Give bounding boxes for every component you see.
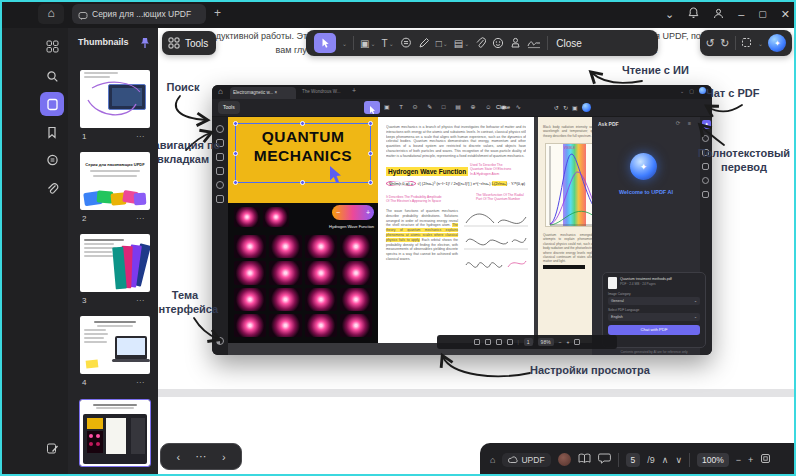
zoom-out-icon[interactable]: − xyxy=(736,455,741,465)
updf-ai-button[interactable]: ✦ xyxy=(768,34,786,52)
thumb-3-number: 3 xyxy=(82,296,86,305)
pager-prev-icon[interactable]: ‹ xyxy=(176,451,180,463)
ask-pdf-header: Ask PDF xyxy=(598,121,619,127)
select-tool-active[interactable] xyxy=(314,33,336,53)
pager-next-icon[interactable]: › xyxy=(222,451,226,463)
card-tool[interactable]: ▤⌄ xyxy=(454,38,469,49)
highlight-tool[interactable]: ▣⌄ xyxy=(360,38,375,49)
thumb-3-menu[interactable]: ⋯ xyxy=(136,296,145,305)
text-tool[interactable]: T⌄ xyxy=(382,38,394,49)
thumbnail-page-2[interactable]: Серия для начинающих UPDF xyxy=(80,152,150,210)
inner-theme-icon xyxy=(216,337,224,345)
thumbnail-pager: ‹ ⋯ › xyxy=(160,443,242,470)
inner-avatar xyxy=(699,87,706,94)
search-icon[interactable] xyxy=(40,64,64,88)
annotation-view-settings: Настройки просмотра xyxy=(530,363,650,377)
inner-layers-icon xyxy=(216,195,224,203)
selection-box xyxy=(235,123,371,183)
pin-icon[interactable] xyxy=(140,35,150,53)
thumb-4-menu[interactable]: ⋯ xyxy=(136,378,145,387)
snapshot-icon[interactable] xyxy=(741,34,752,52)
close-toolbar-button[interactable]: Close xyxy=(556,38,582,49)
snapshot-chevron[interactable]: ⌄ xyxy=(758,40,763,47)
inner-redo-icon: ↻ xyxy=(563,104,568,111)
comments-icon[interactable] xyxy=(40,148,64,172)
notifications-bell-icon[interactable] xyxy=(688,7,699,21)
tools-button[interactable]: Tools xyxy=(162,31,216,55)
popup-select-2: English⌄ xyxy=(608,313,700,321)
stamp-tool[interactable] xyxy=(510,37,521,49)
section-heading: Hydrogen Wave Function xyxy=(386,167,468,176)
popup-select-1: General⌄ xyxy=(608,297,700,305)
shape-tool[interactable]: □⌄ xyxy=(436,38,448,49)
close-window-button[interactable]: ✕ xyxy=(781,8,790,21)
thumb-1-menu[interactable]: ⋯ xyxy=(136,132,145,141)
updf-app-pill[interactable]: UPDF xyxy=(502,453,550,467)
thumbnails-icon[interactable] xyxy=(40,92,64,116)
updf-ai-logo-icon: ✦ xyxy=(630,153,657,180)
zoom-level[interactable]: 100% xyxy=(697,453,729,467)
comment-bubble-icon[interactable] xyxy=(598,453,611,466)
updf-screenshot-image: ⌂ Electromagnetic w... × The Wondrous W.… xyxy=(212,85,712,355)
comment-tool[interactable] xyxy=(400,37,412,49)
chat-with-pdf-button: Chat with PDF xyxy=(608,325,700,335)
new-tab-button[interactable]: + xyxy=(214,6,221,20)
thumb-1-number: 1 xyxy=(82,132,86,141)
account-person-icon[interactable] xyxy=(713,8,724,21)
attachments-paperclip-icon[interactable] xyxy=(40,176,64,200)
inner-snapshot-icon: ▣ xyxy=(572,104,578,111)
inner-comment-icon xyxy=(216,181,224,189)
thumbnails-panel-title: Thumbnails xyxy=(78,37,129,47)
thumb-2-menu[interactable]: ⋯ xyxy=(136,214,145,223)
page-number-input[interactable]: 5 xyxy=(626,453,641,467)
thumbnail-page-4[interactable] xyxy=(80,316,150,374)
thumbnail-page-5-selected[interactable] xyxy=(80,400,150,466)
orbital-image xyxy=(234,207,260,227)
thumb-2-title: Серия для начинающих UPDF xyxy=(80,162,150,167)
profile-avatar[interactable] xyxy=(558,453,571,466)
thumbnail-page-3[interactable] xyxy=(80,234,150,292)
minimize-button[interactable]: – xyxy=(738,8,744,20)
blackbody-chart: VISIBLE xyxy=(545,143,592,227)
inner-tab-1: Electromagnetic w... × xyxy=(230,87,296,99)
annotation-translation: Полнотекстовыйперевод xyxy=(694,146,794,174)
page-total: /9 xyxy=(647,455,655,465)
inner-zoom-value: 98% xyxy=(538,338,554,346)
ai-panel-header-icons: ⟳ ≡ xyxy=(676,120,694,126)
annotation-chat-pdf: Чат с PDF xyxy=(706,86,759,100)
bottom-home-icon[interactable]: ⌂ xyxy=(490,455,495,465)
titlebar-chevron-down-icon[interactable]: ⌄ xyxy=(665,8,674,21)
doc-tab-title: Серия для ...ющих UPDF xyxy=(92,9,191,19)
page-up-icon[interactable]: ∧ xyxy=(662,455,669,465)
quick-actions-bar: ↺ ↻ ⌄ ✦ xyxy=(700,30,792,56)
thumbnail-page-1[interactable] xyxy=(80,70,150,128)
gradient-slider: −+ xyxy=(332,205,374,220)
home-icon[interactable]: ⌂ xyxy=(38,4,64,24)
popup-file-meta: PDF · 2.4 MB · 24 Pages xyxy=(620,282,700,286)
inner-zoom-in: + xyxy=(567,339,570,345)
bookmarks-icon[interactable] xyxy=(40,120,64,144)
maximize-button[interactable]: ▢ xyxy=(758,9,767,19)
signature-tool[interactable] xyxy=(527,37,541,49)
inner-tab-2: The Wondrous W... xyxy=(302,89,340,94)
page-down-icon[interactable]: ∨ xyxy=(675,455,682,465)
redo-icon[interactable]: ↻ xyxy=(720,37,729,50)
inner-attachment-icon xyxy=(216,167,224,175)
select-tool-chevron[interactable]: ⌄ xyxy=(342,40,347,47)
apps-grid-icon[interactable] xyxy=(40,34,64,58)
sticker-tool[interactable] xyxy=(492,37,504,49)
pen-tool[interactable] xyxy=(418,37,430,49)
fit-screen-icon[interactable] xyxy=(760,453,771,466)
right-paragraph: Black body radiation intensity varies by… xyxy=(543,125,592,138)
document-tab[interactable]: Серия для ...ющих UPDF xyxy=(72,4,206,24)
thumbnails-panel: Thumbnails 1 ⋯ Серия для начинающих UPDF xyxy=(68,28,158,476)
reading-mode-icon[interactable] xyxy=(578,453,591,466)
annotation-tab-navigation: Навигация повкладкам xyxy=(158,138,223,166)
inner-fullscreen-icon xyxy=(574,339,580,345)
attach-tool[interactable] xyxy=(475,37,486,49)
pager-more-icon[interactable]: ⋯ xyxy=(195,450,206,463)
titlebar: ⌂ Серия для ...ющих UPDF + ⌄ – ▢ ✕ xyxy=(0,0,796,28)
page-edit-icon[interactable] xyxy=(40,436,64,460)
zoom-in-icon[interactable]: + xyxy=(748,455,753,465)
undo-icon[interactable]: ↺ xyxy=(706,37,715,50)
